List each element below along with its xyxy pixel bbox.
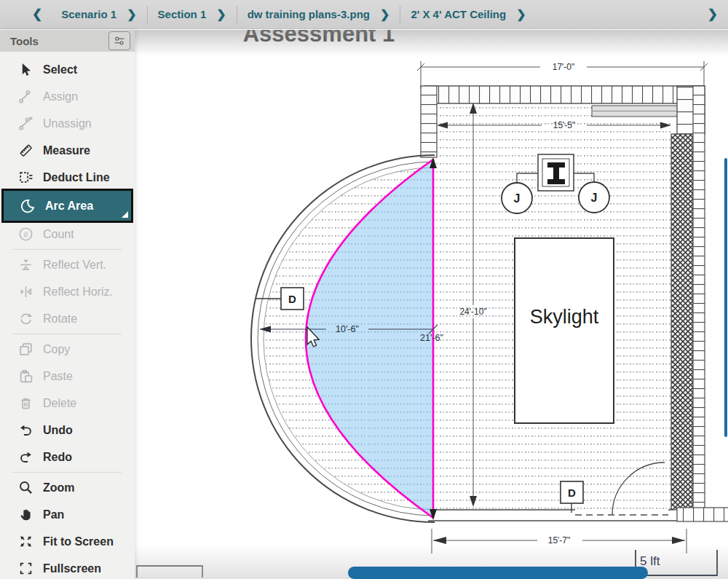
dimension-bottom: 15'-7" — [432, 529, 687, 554]
undo-icon — [18, 422, 33, 438]
fullscreen-icon — [18, 561, 33, 576]
skylight: Skylight — [515, 238, 614, 423]
sidebar-item-assign[interactable]: Assign — [0, 83, 135, 110]
tools-sidebar: Tools Select Assign — [0, 30, 135, 579]
tools-title: Tools — [10, 35, 39, 47]
dimension-chord: 21'-6" — [420, 333, 443, 343]
count-icon: # — [18, 227, 33, 242]
tool-list: Select Assign Unassign Measure — [0, 52, 135, 579]
junction-label: J — [591, 192, 598, 204]
sidebar-item-reflect-vertical[interactable]: Reflect Vert. — [0, 251, 135, 278]
breadcrumb-separator — [400, 6, 400, 23]
sliders-icon[interactable] — [108, 31, 130, 50]
chevron-right-icon: ❯ — [127, 9, 136, 20]
svg-text:17'-0": 17'-0" — [553, 62, 575, 72]
tools-header: Tools — [0, 30, 135, 52]
svg-text:D: D — [568, 487, 576, 499]
svg-text:#: # — [23, 230, 28, 239]
junction-label: J — [514, 192, 521, 205]
deduct-line-icon — [18, 170, 33, 185]
offscreen-element-edge — [137, 566, 202, 578]
dimension-top: 17'-0" — [417, 61, 708, 89]
chevron-right-icon: ❯ — [216, 9, 226, 20]
sidebar-item-select[interactable]: Select — [0, 56, 135, 83]
sidebar-item-pan[interactable]: Pan — [0, 501, 135, 528]
vertical-scrollbar[interactable] — [724, 158, 727, 437]
reflect-horizontal-icon — [18, 284, 33, 299]
sidebar-item-undo[interactable]: Undo — [0, 417, 135, 444]
takeoff-app-window: ❮ Scenario 1 ❯ Section 1 ❯ dw training p… — [0, 0, 728, 579]
sidebar-item-paste[interactable]: Paste — [0, 363, 135, 390]
fit-to-screen-icon — [18, 534, 33, 549]
sidebar-item-fullscreen[interactable]: Fullscreen — [0, 555, 135, 579]
horizontal-scrollbar[interactable] — [348, 567, 648, 579]
breadcrumb-item-takeoff-item[interactable]: 2' X 4' ACT Ceiling ❯ — [411, 8, 526, 20]
chevron-right-icon: ❯ — [516, 9, 526, 20]
back-chevron-icon[interactable]: ❮ — [32, 8, 42, 20]
forward-chevron-icon[interactable]: ❯ — [708, 8, 718, 20]
reflect-vertical-icon — [18, 257, 33, 272]
breadcrumb: ❮ Scenario 1 ❯ Section 1 ❯ dw training p… — [0, 0, 728, 29]
sidebar-item-copy[interactable]: Copy — [0, 336, 135, 363]
paste-icon — [18, 369, 33, 384]
tool-divider — [13, 249, 122, 250]
sidebar-item-reflect-horizontal[interactable]: Reflect Horiz. — [0, 278, 135, 305]
breadcrumb-separator — [237, 6, 237, 23]
hand-icon — [18, 507, 33, 522]
plan-canvas[interactable]: Assessment 1 — [135, 30, 728, 579]
chevron-right-icon: ❯ — [380, 9, 389, 20]
rotate-icon — [18, 311, 33, 326]
breadcrumb-separator — [147, 6, 148, 23]
sidebar-item-count[interactable]: # Count — [0, 221, 135, 248]
sidebar-item-deduct-line[interactable]: Deduct Line — [0, 164, 135, 191]
crescent-icon — [20, 198, 36, 214]
redo-icon — [18, 449, 33, 465]
cursor-icon — [18, 62, 33, 77]
assessment-heading: Assessment 1 — [243, 30, 395, 47]
breadcrumb-item-scenario[interactable]: Scenario 1 ❯ — [61, 8, 136, 20]
sidebar-item-unassign[interactable]: Unassign — [0, 110, 135, 137]
tool-divider — [13, 334, 122, 334]
flyout-indicator-triangle — [122, 211, 128, 218]
sidebar-item-zoom[interactable]: Zoom — [0, 474, 135, 501]
sidebar-item-measure[interactable]: Measure — [0, 137, 135, 164]
svg-text:24'-10": 24'-10" — [459, 307, 486, 317]
plan-drawing: Assessment 1 — [135, 30, 728, 579]
sidebar-item-fit-to-screen[interactable]: Fit to Screen — [0, 528, 135, 555]
assign-icon — [18, 89, 33, 104]
skylight-label: Skylight — [530, 306, 599, 328]
scale-label: 5 lft — [640, 554, 660, 568]
svg-text:15'-7": 15'-7" — [548, 535, 571, 545]
copy-icon — [18, 342, 33, 357]
tool-divider — [13, 472, 122, 473]
svg-text:D: D — [288, 293, 296, 305]
ruler-icon — [18, 143, 33, 158]
sidebar-item-delete[interactable]: Delete — [0, 390, 135, 417]
sidebar-item-arc-area[interactable]: Arc Area — [1, 189, 133, 223]
trash-icon — [18, 395, 33, 411]
svg-text:15'-5": 15'-5" — [553, 120, 576, 130]
breadcrumb-item-plan-file[interactable]: dw training plans-3.png ❯ — [248, 8, 390, 20]
magnifier-icon — [18, 480, 33, 495]
sidebar-item-redo[interactable]: Redo — [0, 444, 135, 470]
unassign-icon — [18, 116, 33, 131]
svg-text:10'-6": 10'-6" — [336, 324, 359, 334]
breadcrumb-item-section[interactable]: Section 1 ❯ — [158, 8, 226, 20]
sidebar-item-rotate[interactable]: Rotate — [0, 305, 135, 332]
